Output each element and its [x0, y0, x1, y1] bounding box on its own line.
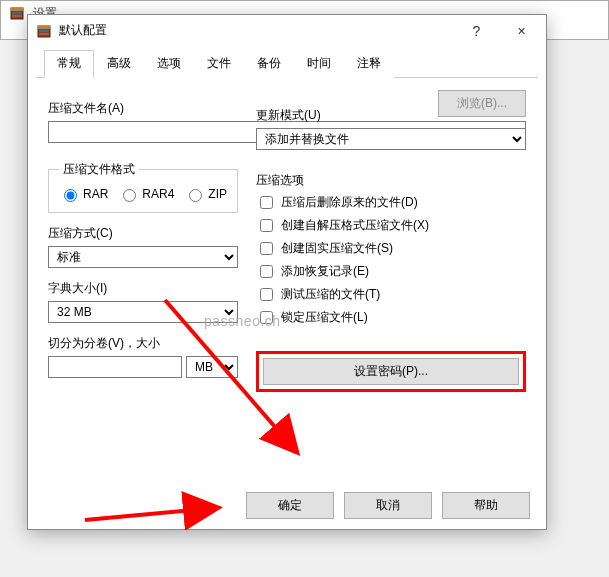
format-rar4[interactable]: RAR4	[118, 186, 174, 202]
tab-backup[interactable]: 备份	[244, 50, 294, 78]
default-profile-dialog: 默认配置 ? × 常规 高级 选项 文件 备份 时间 注释 压缩文件名(A) 浏…	[27, 14, 547, 530]
update-mode-select[interactable]: 添加并替换文件	[256, 128, 526, 150]
opt-test[interactable]: 测试压缩的文件(T)	[256, 285, 526, 304]
dialog-footer: 确定 取消 帮助	[28, 482, 546, 529]
tab-options[interactable]: 选项	[144, 50, 194, 78]
titlebar: 默认配置 ? ×	[28, 15, 546, 46]
close-button[interactable]: ×	[499, 16, 544, 45]
opt-delete-after-checkbox[interactable]	[260, 196, 273, 209]
update-mode-label: 更新模式(U)	[256, 107, 526, 124]
archive-format-legend: 压缩文件格式	[59, 161, 139, 178]
opt-test-checkbox[interactable]	[260, 288, 273, 301]
tab-strip: 常规 高级 选项 文件 备份 时间 注释	[36, 46, 538, 78]
opt-solid-checkbox[interactable]	[260, 242, 273, 255]
archive-format-group: 压缩文件格式 RAR RAR4 ZIP	[48, 161, 238, 213]
tab-files[interactable]: 文件	[194, 50, 244, 78]
opt-recovery-checkbox[interactable]	[260, 265, 273, 278]
svg-rect-3	[12, 15, 22, 17]
svg-rect-7	[39, 33, 49, 35]
compression-method-label: 压缩方式(C)	[48, 225, 238, 242]
tab-general[interactable]: 常规	[44, 50, 94, 78]
opt-delete-after[interactable]: 压缩后删除原来的文件(D)	[256, 193, 526, 212]
winrar-icon	[9, 5, 25, 21]
opt-create-sfx[interactable]: 创建自解压格式压缩文件(X)	[256, 216, 526, 235]
help-button[interactable]: ?	[454, 16, 499, 45]
opt-solid[interactable]: 创建固实压缩文件(S)	[256, 239, 526, 258]
opt-create-sfx-checkbox[interactable]	[260, 219, 273, 232]
format-rar[interactable]: RAR	[59, 186, 108, 202]
format-rar-radio[interactable]	[64, 189, 77, 202]
set-password-highlight: 设置密码(P)...	[256, 351, 526, 392]
split-unit-select[interactable]: MB	[186, 356, 238, 378]
tab-advanced[interactable]: 高级	[94, 50, 144, 78]
cancel-button[interactable]: 取消	[344, 492, 432, 519]
help-button[interactable]: 帮助	[442, 492, 530, 519]
compression-method-select[interactable]: 标准	[48, 246, 238, 268]
dialog-title: 默认配置	[59, 22, 454, 39]
svg-rect-2	[12, 12, 22, 14]
opt-lock[interactable]: 锁定压缩文件(L)	[256, 308, 526, 327]
svg-rect-5	[38, 26, 50, 29]
tab-comment[interactable]: 注释	[344, 50, 394, 78]
dictionary-size-select[interactable]: 32 MB	[48, 301, 238, 323]
svg-rect-1	[11, 8, 23, 11]
opt-recovery[interactable]: 添加恢复记录(E)	[256, 262, 526, 281]
split-size-input[interactable]	[48, 356, 182, 378]
svg-rect-6	[39, 30, 49, 32]
format-zip[interactable]: ZIP	[184, 186, 227, 202]
tab-content: 压缩文件名(A) 浏览(B)... 压缩文件格式 RAR	[28, 78, 546, 482]
format-rar4-radio[interactable]	[123, 189, 136, 202]
format-zip-radio[interactable]	[189, 189, 202, 202]
split-volumes-label: 切分为分卷(V)，大小	[48, 335, 238, 352]
dictionary-size-label: 字典大小(I)	[48, 280, 238, 297]
compress-options-label: 压缩选项	[256, 172, 526, 189]
opt-lock-checkbox[interactable]	[260, 311, 273, 324]
tab-time[interactable]: 时间	[294, 50, 344, 78]
set-password-button[interactable]: 设置密码(P)...	[263, 358, 519, 385]
winrar-icon	[36, 23, 52, 39]
ok-button[interactable]: 确定	[246, 492, 334, 519]
